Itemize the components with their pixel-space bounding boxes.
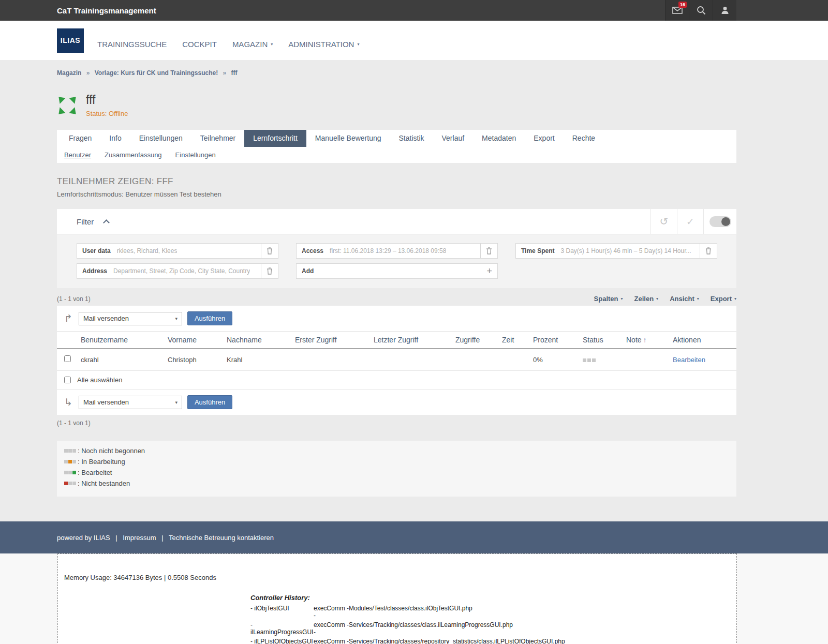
status-square (587, 358, 591, 362)
controller-history-row: - ilLearningProgressGUI execComm - - Ser… (250, 620, 565, 637)
legend-item: : Nicht bestanden (64, 480, 729, 487)
tab-statistik[interactable]: Statistik (390, 130, 433, 147)
filter-apply-button[interactable]: ✓ (677, 209, 703, 234)
test-object-icon (57, 95, 78, 116)
subtab-einstellungen[interactable]: Einstellungen (175, 151, 216, 159)
trash-icon (705, 247, 712, 254)
tabs-bar: Fragen Info Einstellungen Teilnehmer Ler… (57, 130, 736, 163)
col-letzter-zugriff[interactable]: Letzter Zugriff (371, 332, 452, 349)
tab-manuelle-bewertung[interactable]: Manuelle Bewertung (306, 130, 390, 147)
col-prozent[interactable]: Prozent (530, 332, 580, 349)
subtab-benutzer[interactable]: Benutzer (64, 151, 91, 159)
user-menu-button[interactable] (713, 0, 736, 21)
execute-button-top[interactable]: Ausführen (187, 311, 232, 325)
col-note[interactable]: Note↑ (623, 332, 670, 349)
filter-panel: Filter ↺ ✓ (57, 209, 736, 288)
legend-square (72, 460, 76, 463)
powered-by-text: powered by ILIAS (57, 534, 110, 542)
filter-on-off-toggle[interactable] (709, 216, 731, 227)
col-nachname[interactable]: Nachname (224, 332, 292, 349)
spalten-menu[interactable]: Spalten▾ (594, 295, 623, 303)
header: ILIAS TRAININGSSUCHE COCKPIT MAGAZIN▾ AD… (0, 21, 828, 60)
tab-teilnehmer[interactable]: Teilnehmer (191, 130, 244, 147)
trash-icon (486, 247, 492, 254)
user-data-remove-button[interactable] (261, 243, 278, 259)
add-filter-field[interactable]: Add + (296, 263, 498, 279)
filter-field-address: Address Department, Street, Zip Code, Ci… (77, 263, 278, 279)
status-text: Status: Offline (86, 110, 128, 117)
legend-item: : Noch nicht begonnen (64, 447, 729, 455)
filter-field-user-data: User data rklees, Richard, Klees (77, 243, 278, 259)
subtab-zusammenfassung[interactable]: Zusammenfassung (105, 151, 162, 159)
plus-icon[interactable]: + (486, 267, 492, 275)
tab-info[interactable]: Info (100, 130, 130, 147)
mail-button[interactable]: 16 (665, 0, 689, 21)
debug-panel: Memory Usage: 34647136 Bytes | 0.5508 Se… (57, 553, 737, 644)
tab-rechte[interactable]: Rechte (564, 130, 604, 147)
cell-username: ckrahl (78, 349, 165, 371)
col-benutzername[interactable]: Benutzername (78, 332, 165, 349)
legend-square (68, 471, 72, 474)
zeilen-menu[interactable]: Zeilen▾ (634, 295, 659, 303)
breadcrumb-separator: » (86, 69, 90, 77)
filter-toggle-cell (703, 209, 736, 234)
select-all-checkbox[interactable] (64, 377, 71, 383)
col-vorname[interactable]: Vorname (165, 332, 224, 349)
section-subheading: Lernfortschrittsmodus: Benutzer müssen T… (57, 190, 736, 198)
main-content: Magazin » Vorlage: Kurs für CK und Train… (0, 60, 828, 497)
legend-square (68, 482, 72, 485)
address-input[interactable]: Address Department, Street, Zip Code, Ci… (77, 263, 261, 279)
address-remove-button[interactable] (261, 263, 278, 279)
impressum-link[interactable]: Impressum (123, 534, 156, 542)
nav-cockpit[interactable]: COCKPIT (182, 40, 217, 49)
col-status[interactable]: Status (580, 332, 623, 349)
trash-icon (267, 247, 273, 254)
breadcrumb-vorlage[interactable]: Vorlage: Kurs für CK und Trainingssuche! (95, 69, 218, 77)
row-checkbox[interactable] (64, 355, 71, 362)
chevron-down-icon: ▾ (621, 296, 623, 301)
check-icon: ✓ (686, 216, 694, 228)
select-all-label: Alle auswählen (77, 376, 122, 384)
search-button[interactable] (689, 0, 713, 21)
cell-firstname: Christoph (165, 349, 224, 371)
col-zeit[interactable]: Zeit (499, 332, 530, 349)
bulk-action-select-bottom[interactable]: Mail versenden ▾ (79, 396, 182, 409)
export-menu[interactable]: Export▾ (711, 295, 736, 303)
time-spent-input[interactable]: Time Spent 3 Day(s) 1 Hour(s) 46 min – 5… (515, 243, 700, 259)
tab-lernfortschritt[interactable]: Lernfortschritt (244, 130, 306, 147)
tab-export[interactable]: Export (525, 130, 563, 147)
col-erster-zugriff[interactable]: Erster Zugriff (292, 332, 371, 349)
cell-status (580, 349, 623, 371)
tab-fragen[interactable]: Fragen (60, 130, 100, 147)
ansicht-menu[interactable]: Ansicht▾ (670, 295, 699, 303)
breadcrumb-magazin[interactable]: Magazin (57, 69, 81, 77)
support-contact-link[interactable]: Technische Betreuung kontaktieren (169, 534, 274, 542)
debug-area: Memory Usage: 34647136 Bytes | 0.5508 Se… (0, 553, 828, 644)
execute-button-bottom[interactable]: Ausführen (187, 395, 232, 409)
breadcrumb-separator: » (223, 69, 227, 77)
tab-verlauf[interactable]: Verlauf (433, 130, 474, 147)
tab-einstellungen[interactable]: Einstellungen (130, 130, 191, 147)
bearbeiten-link[interactable]: Bearbeiten (673, 356, 705, 364)
filter-toggle-header[interactable]: Filter (57, 217, 650, 226)
table-header-row: Benutzername Vorname Nachname Erster Zug… (57, 332, 736, 349)
toggle-knob (721, 217, 730, 226)
legend-square (64, 449, 68, 453)
mail-badge: 16 (678, 2, 687, 8)
access-input[interactable]: Access first: 11.06.2018 13:29 – 13.06.2… (296, 243, 481, 259)
filter-reset-button[interactable]: ↺ (650, 209, 677, 234)
legend-square (72, 449, 76, 453)
ilias-logo[interactable]: ILIAS (57, 28, 84, 53)
page-title: fff (86, 93, 128, 107)
user-data-input[interactable]: User data rklees, Richard, Klees (77, 243, 261, 259)
access-remove-button[interactable] (481, 243, 498, 259)
tab-metadaten[interactable]: Metadaten (473, 130, 525, 147)
nav-administration[interactable]: ADMINISTRATION▾ (288, 40, 359, 49)
legend-square (64, 460, 68, 463)
nav-magazin[interactable]: MAGAZIN▾ (232, 40, 273, 49)
bulk-action-select-top[interactable]: Mail versenden ▾ (79, 312, 182, 325)
time-spent-remove-button[interactable] (700, 243, 717, 259)
nav-trainingssuche[interactable]: TRAININGSSUCHE (97, 40, 167, 49)
controller-history: Controller History: - ilObjTestGUI execC… (250, 594, 730, 644)
col-zugriffe[interactable]: Zugriffe (452, 332, 499, 349)
